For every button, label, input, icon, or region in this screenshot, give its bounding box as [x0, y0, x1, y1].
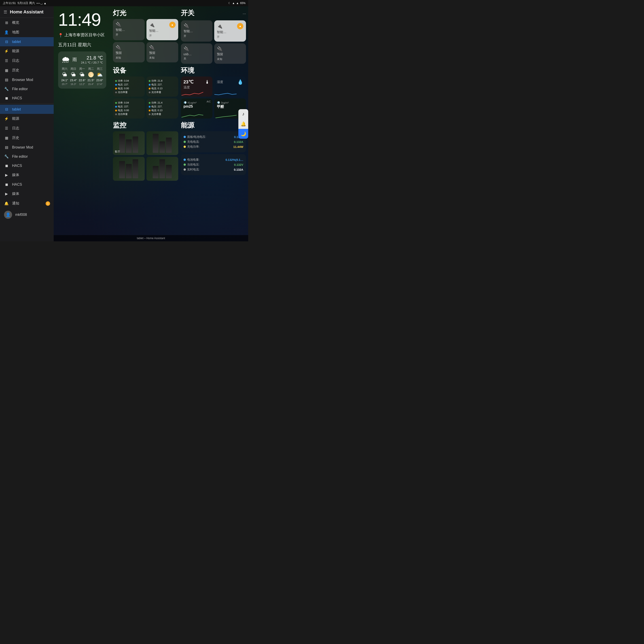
- switch-status-2: 关: [184, 57, 210, 61]
- energy-title: 能源: [181, 121, 246, 130]
- light-card-0[interactable]: 🔌 智能… 开: [113, 19, 145, 40]
- switch-card-0[interactable]: 🔌 智能… 开: [181, 20, 213, 42]
- forecast-high-3: 21.5°: [87, 78, 94, 82]
- sidebar-label-hacs1: HACS: [12, 96, 22, 100]
- stat-line-3-2: 电流: 0.13: [149, 109, 176, 112]
- battery-level: 65%: [240, 2, 246, 5]
- switches-grid: 🔌 智能… 开 🔌 ● 智能… 开: [181, 20, 246, 64]
- forecast-high-2: 22.6°: [79, 78, 86, 82]
- location-pin-icon: 📍: [58, 33, 63, 38]
- forecast-low-3: 15.4°: [88, 83, 94, 85]
- energy-dot-1: [184, 141, 186, 143]
- sidebar-item-energy2[interactable]: ⚡ 能源: [0, 114, 54, 123]
- notification-float-button[interactable]: 🔔: [238, 119, 248, 129]
- light-name-0: 智能…: [116, 28, 142, 32]
- sidebar-item-log1[interactable]: ☰ 日志: [0, 56, 54, 66]
- switch-card-2[interactable]: 🔌 usb… 关: [181, 43, 213, 64]
- menu-icon[interactable]: ☰: [4, 10, 7, 15]
- sidebar-item-map[interactable]: 👤 地图: [0, 27, 54, 37]
- stat-text-3-0: 功率: 21.4: [151, 101, 163, 104]
- camera-thumb-0[interactable]: 客厅: [113, 131, 145, 155]
- notifications-icon: 🔔: [4, 201, 9, 205]
- stat-line-3-1: 电压: 227.: [149, 105, 176, 108]
- sidebar-item-media2[interactable]: ▶ 媒体: [0, 189, 54, 199]
- pm25-chart: [181, 112, 203, 118]
- light-card-3[interactable]: 🔌 预留 未知: [146, 42, 178, 62]
- stat-line-3-3: 光功率量: [149, 112, 176, 116]
- weather-forecast: 周六 🌦 24.1° 20.7° 周日 🌦 23.4° 16.3° 周一 🌦: [61, 67, 103, 85]
- temp-label: 温度: [184, 85, 210, 89]
- camera-thumb-3[interactable]: [146, 157, 178, 180]
- forecast-low-0: 20.7°: [62, 83, 68, 85]
- sidebar-label-notifications: 通知: [12, 201, 19, 206]
- cam-strip-3b: [159, 159, 165, 178]
- device-detail-2[interactable]: 功率: 0.04 电压: 227. 电流: 0.00: [113, 98, 145, 118]
- sidebar-item-history2[interactable]: ▦ 历史: [0, 133, 54, 143]
- formaldehyde-ac-icon: 💨: [217, 101, 220, 104]
- stat-line-1-2: 电流: 0.13: [149, 87, 176, 90]
- sidebar-item-fileeditor1[interactable]: 🔧 File editor: [0, 84, 54, 93]
- forecast-day-4: 周三 ⛅ 23.6° 17.4°: [96, 67, 103, 85]
- energy-value-2: 11.44W: [233, 145, 243, 148]
- cam-strips-2: [119, 159, 138, 178]
- stat-line-1-0: 功率: 21.8: [149, 79, 176, 82]
- sidebar-item-hacs3[interactable]: ◼ HACS: [0, 180, 54, 189]
- sidebar-item-overview[interactable]: ⊞ 概览: [0, 18, 54, 27]
- sidebar-item-hacs2[interactable]: ◼ HACS: [0, 161, 54, 170]
- monitor-section: 监控 客厅: [113, 121, 178, 181]
- forecast-day-0: 周六 🌦 24.1° 20.7°: [61, 67, 68, 85]
- energy-label-0: 面板/电池电压:: [187, 135, 233, 139]
- night-mode-float-button[interactable]: 🌙: [238, 129, 248, 139]
- switch-icon-2: 🔌: [184, 46, 189, 51]
- music-float-button[interactable]: ♪: [238, 109, 248, 119]
- light-card-1[interactable]: 🔌 ● 智能… 开: [146, 19, 178, 40]
- sidebar-label-tablet1: tablet: [12, 40, 21, 44]
- sidebar-item-notifications[interactable]: 🔔 通知 1: [0, 199, 54, 208]
- env-humidity-card[interactable]: 💧 湿度: [214, 76, 246, 97]
- device-detail-1[interactable]: 功率: 21.8 电压: 227. 电流: 0.13: [146, 76, 178, 97]
- sidebar-item-tablet2[interactable]: ⊟ tablet: [0, 105, 54, 114]
- camera-thumb-2[interactable]: [113, 157, 145, 180]
- light-card-2[interactable]: 🔌 预留 未知: [113, 42, 145, 62]
- cam-strip-0c: [133, 136, 138, 152]
- device-detail-0[interactable]: 功率: 0.04 电压: 227. 电流: 0.00: [113, 76, 145, 97]
- user-avatar: 👤: [4, 211, 12, 219]
- browsermod1-icon: ▤: [4, 78, 9, 82]
- cam-strip-3c: [166, 165, 172, 178]
- sidebar-item-browsermod2[interactable]: ▤ Browser Mod: [0, 143, 54, 152]
- dot-gray-icon-2: [115, 113, 117, 115]
- sidebar-item-media1[interactable]: ▶ 媒体: [0, 170, 54, 180]
- switch-card-1[interactable]: 🔌 ● 智能… 开: [214, 20, 246, 42]
- switches-more-button[interactable]: ···: [243, 11, 246, 16]
- sidebar-item-log2[interactable]: ☰ 日志: [0, 123, 54, 133]
- switch-card-3[interactable]: 🔌 预留 未知: [214, 43, 246, 64]
- hacs3-icon: ◼: [4, 182, 9, 186]
- forecast-icon-2: 🌦: [80, 72, 85, 78]
- env-temp-card[interactable]: 🌡 23℃ 温度: [181, 76, 213, 97]
- sidebar-item-hacs1[interactable]: ◼ HACS: [0, 93, 54, 103]
- stat-text-2-3: 光功率量: [118, 112, 128, 116]
- pm25-ac-icon: 💨: [184, 101, 187, 104]
- sidebar-item-fileeditor2[interactable]: 🔧 File editor: [0, 152, 54, 161]
- cam-strips-3: [153, 159, 172, 178]
- env-pm25-card[interactable]: A/C 💨 41ug/m³ pm25: [181, 98, 213, 118]
- sidebar-item-tablet1[interactable]: ⊟ tablet: [0, 37, 54, 46]
- stat-text-1-0: 功率: 21.8: [151, 79, 163, 82]
- sidebar-item-energy1[interactable]: ⚡ 能源: [0, 46, 54, 56]
- device-detail-3[interactable]: 功率: 21.4 电压: 227. 电流: 0.13: [146, 98, 178, 118]
- sidebar-item-history1[interactable]: ▦ 历史: [0, 66, 54, 75]
- sidebar-item-user[interactable]: 👤 mkf008: [0, 208, 54, 221]
- right-panel: 灯光 🔌 智能… 开 🔌: [111, 6, 248, 241]
- camera-thumb-1[interactable]: [146, 131, 178, 155]
- sidebar-item-browsermod1[interactable]: ▤ Browser Mod: [0, 75, 54, 84]
- dot-green-icon-2: [115, 102, 117, 104]
- status-right: ☾ ▲ ▲ 65%: [228, 2, 246, 5]
- sidebar-label-hacs2: HACS: [12, 164, 22, 168]
- forecast-low-4: 17.4°: [97, 83, 103, 85]
- lights-section: 灯光 🔌 智能… 开 🔌: [113, 8, 178, 64]
- sidebar-label-history2: 历史: [12, 135, 19, 140]
- light-icon-row-1: 🔌 ●: [149, 22, 176, 28]
- switch-icon-row-0: 🔌: [184, 23, 210, 28]
- cam-strip-0a: [119, 134, 125, 153]
- sidebar-label-history1: 历史: [12, 68, 19, 73]
